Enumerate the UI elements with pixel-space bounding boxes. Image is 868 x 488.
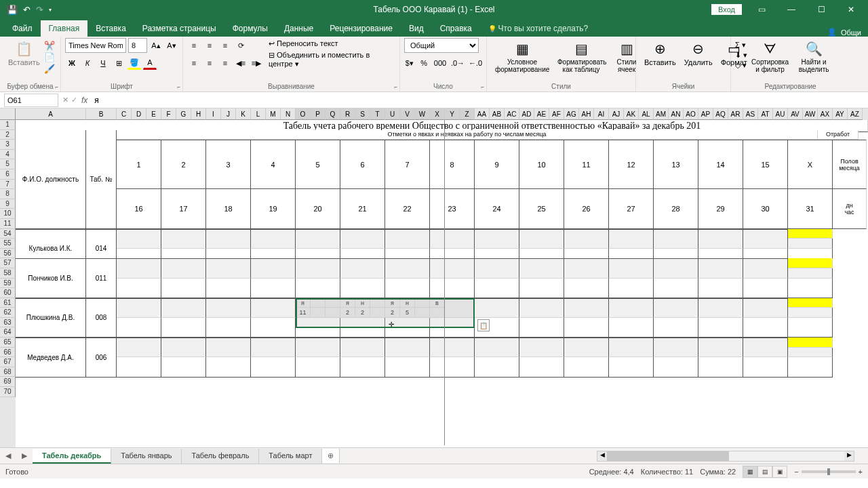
col-header-AP[interactable]: AP [698,108,713,120]
cell[interactable] [430,229,475,249]
cell[interactable] [385,258,430,278]
col-header-N[interactable]: N [281,108,296,120]
cell[interactable] [698,298,743,318]
cell[interactable] [117,279,161,298]
col-header-E[interactable]: E [146,108,161,120]
cell[interactable]: 30 [743,189,788,229]
indent-dec-icon[interactable]: ◀≡ [234,56,248,70]
row-header-62[interactable]: 62 [0,308,16,318]
col-header-X[interactable]: X [430,108,445,120]
cell[interactable] [251,338,296,357]
cell[interactable] [296,258,340,278]
format-painter-icon[interactable]: 🖌️ [44,64,55,74]
col-header-AY[interactable]: AY [833,108,848,120]
cell[interactable]: 17 [161,189,206,229]
row-header-3[interactable]: 3 [0,140,16,150]
cell[interactable] [161,279,206,298]
col-header-AL[interactable]: AL [639,108,654,120]
cell[interactable] [698,229,743,249]
align-middle-icon[interactable]: ≡ [203,39,216,52]
font-size-combo[interactable] [128,38,147,53]
row-header-56[interactable]: 56 [0,249,16,259]
col-header-Z[interactable]: Z [460,108,475,120]
horizontal-scrollbar[interactable]: ◀▶ [597,451,854,462]
indent-inc-icon[interactable]: ≡▶ [250,56,263,70]
cell[interactable]: Медведев Д.А. [16,338,86,377]
sheet-nav-next-icon[interactable]: ▶ [16,451,33,460]
cell[interactable]: 18 [206,189,251,229]
comma-icon[interactable]: 000 [433,56,447,70]
cell[interactable] [385,318,430,338]
row-header-60[interactable]: 60 [0,288,16,298]
alignment-dialog-icon[interactable]: ⌐ [394,84,397,90]
cell[interactable]: 29 [698,189,743,229]
tab-help[interactable]: Справка [432,20,480,37]
cell[interactable]: Полов месяца [833,140,867,189]
cell[interactable] [385,229,430,249]
font-name-combo[interactable] [65,38,126,53]
col-header-A[interactable]: A [16,108,86,120]
share-icon[interactable]: 👤 [827,28,837,37]
cell[interactable] [609,338,654,357]
fb-cancel-icon[interactable]: ✕ [62,96,68,104]
cell[interactable] [326,298,340,308]
tab-formulas[interactable]: Формулы [224,20,276,37]
col-header-Q[interactable]: Q [326,108,340,120]
cell[interactable] [475,338,519,357]
col-header-P[interactable]: P [311,108,326,120]
cell[interactable]: Отметки о явках и неявках на работу по ч… [117,130,818,140]
cell[interactable] [519,229,564,249]
cell[interactable] [743,279,788,298]
col-header-J[interactable]: J [221,108,236,120]
cell[interactable]: н [355,298,370,308]
row-header-6[interactable]: 6 [0,169,16,180]
cell[interactable] [475,357,519,377]
grow-font-icon[interactable]: A▴ [149,39,163,52]
cell[interactable] [430,357,475,377]
cell[interactable]: 10 [519,140,564,189]
cell[interactable] [251,279,296,298]
cell[interactable] [206,338,251,357]
cell[interactable] [296,338,340,357]
col-header-AC[interactable]: AC [505,108,519,120]
cell[interactable] [475,229,519,249]
cell[interactable] [251,357,296,377]
tellme-box[interactable]: Что вы хотите сделать? [480,20,596,37]
cell[interactable]: 16 [117,189,161,229]
col-header-AK[interactable]: AK [624,108,639,120]
col-header-AR[interactable]: AR [728,108,743,120]
cell[interactable]: Таб. № [86,130,117,229]
name-box[interactable] [4,94,58,107]
cell[interactable]: 011 [86,258,117,298]
cell[interactable] [788,229,833,239]
cell[interactable]: 3 [206,140,251,189]
align-top-icon[interactable]: ≡ [187,39,201,52]
cell[interactable] [564,318,609,338]
cell[interactable]: я [340,298,355,308]
cell[interactable] [385,279,430,298]
cell[interactable]: 22 [385,189,430,229]
cell[interactable]: 9 [475,140,519,189]
cell[interactable]: Отработ [818,130,859,140]
col-header-AJ[interactable]: AJ [609,108,624,120]
cell[interactable] [206,279,251,298]
row-header-61[interactable]: 61 [0,298,16,308]
cell[interactable] [117,318,161,338]
row-header-10[interactable]: 10 [0,209,16,219]
cell[interactable] [698,279,743,298]
cell[interactable] [117,298,161,318]
cell[interactable] [654,258,698,278]
cell[interactable] [564,357,609,377]
col-header-AM[interactable]: AM [654,108,669,120]
cell[interactable] [564,229,609,249]
cell[interactable] [609,279,654,298]
cell[interactable] [743,298,788,318]
row-header-67[interactable]: 67 [0,357,16,367]
cell[interactable] [161,258,206,278]
dec-decimal-icon[interactable]: ←.0 [469,56,482,70]
login-button[interactable]: Вход [711,4,742,15]
cell[interactable]: 25 [519,189,564,229]
row-header-65[interactable]: 65 [0,338,16,348]
cell[interactable] [519,279,564,298]
col-header-K[interactable]: K [236,108,251,120]
